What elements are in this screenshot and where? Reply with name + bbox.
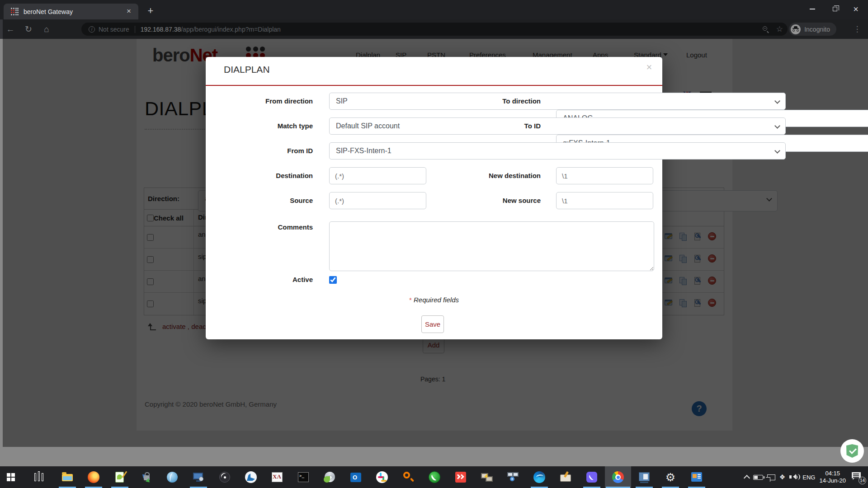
taskbar-slack[interactable] [369, 466, 395, 488]
new-tab-button[interactable]: + [144, 5, 157, 18]
taskbar-wireshark[interactable] [238, 466, 264, 488]
favicon-dot [11, 9, 12, 11]
active-checkbox[interactable] [329, 276, 337, 284]
favicon-dot [13, 14, 14, 15]
taskbar-zoiper[interactable] [421, 466, 448, 488]
to-direction-label: To direction [432, 93, 541, 110]
taskbar-remote-desktop[interactable] [185, 466, 212, 488]
taskbar-apps: XA >_ O ⚙ [54, 466, 710, 488]
remote-desktop-icon [192, 471, 205, 483]
taskbar-winscp[interactable] [133, 466, 159, 488]
destination-input[interactable] [329, 167, 426, 184]
taskbar-remote-pc[interactable] [474, 466, 500, 488]
comments-textarea[interactable] [329, 221, 654, 271]
taskbar-file-explorer[interactable] [54, 466, 80, 488]
taskbar-notepad-plus-plus[interactable] [107, 466, 133, 488]
favicon-dot [11, 12, 12, 13]
taskbar-screenshot-tool[interactable] [212, 466, 238, 488]
shield-check-icon [846, 444, 858, 458]
adguard-shield-button[interactable] [840, 439, 864, 463]
taskbar-winbox[interactable] [159, 466, 185, 488]
remote-pc-icon [481, 471, 493, 483]
new-destination-input[interactable] [556, 167, 653, 184]
ip-scanner-icon [507, 471, 519, 483]
window-restore-button[interactable] [825, 0, 845, 18]
clock-date: 14-Jun-20 [819, 477, 846, 484]
favicon-dot [15, 14, 17, 15]
beronet-favicon [11, 8, 19, 16]
favicon-dot [13, 8, 14, 9]
modal-title: DIALPLAN [224, 64, 270, 75]
save-button[interactable]: Save [421, 315, 444, 333]
network-icon[interactable] [767, 474, 775, 480]
vm-window-icon [638, 471, 651, 483]
anydesk-icon [454, 471, 467, 483]
windows-logo-icon [7, 473, 15, 481]
ccleaner-icon [559, 471, 572, 483]
outlook-icon: O [349, 471, 362, 483]
task-view-button[interactable] [28, 466, 50, 488]
volume-icon[interactable] [789, 474, 798, 481]
favicon-dot [17, 14, 19, 15]
destination-label: Destination [206, 167, 313, 184]
new-source-input[interactable] [556, 192, 653, 209]
browser-tab[interactable]: beroNet Gateway × [4, 4, 138, 19]
screenshot-tool-icon [218, 471, 231, 483]
tray-expand-icon[interactable] [744, 475, 750, 481]
clock[interactable]: 04:1514-Jun-20 [819, 470, 846, 484]
notepad-plus-plus-icon [113, 471, 126, 483]
from-direction-select[interactable]: SIP [329, 93, 786, 110]
slack-icon [376, 471, 388, 483]
favicon-dot [15, 12, 17, 13]
from-id-select[interactable]: SIP-FXS-Intern-1 [329, 142, 786, 160]
disc-burner-icon [323, 471, 336, 483]
window-close-button[interactable]: × [845, 0, 866, 18]
orange-magnifier-icon [402, 471, 415, 483]
wireshark-icon [245, 471, 257, 483]
favicon-dot [15, 9, 17, 11]
taskbar-firefox[interactable] [80, 466, 107, 488]
to-id-label: To ID [432, 117, 541, 135]
modal-close-icon[interactable]: × [643, 61, 655, 73]
match-type-select[interactable]: Default SIP account [329, 117, 786, 135]
file-explorer-icon [61, 471, 74, 483]
battery-icon[interactable] [753, 475, 763, 480]
start-button[interactable] [0, 466, 22, 488]
taskbar-edge[interactable] [526, 466, 552, 488]
required-text: Required fields [412, 296, 459, 304]
taskbar-viber[interactable] [579, 466, 605, 488]
taskbar-disc-burner[interactable] [316, 466, 343, 488]
taskbar-terminal[interactable]: >_ [290, 466, 316, 488]
notification-count-badge: 14 [859, 477, 866, 484]
zoiper-phone-icon [428, 471, 441, 483]
task-view-icon [33, 471, 44, 483]
taskbar-news-app[interactable] [684, 466, 710, 488]
match-type-value: Default SIP account [336, 122, 400, 130]
dropbox-icon[interactable]: ❖ [779, 473, 785, 481]
taskbar-chrome[interactable] [605, 466, 631, 488]
action-center-button[interactable]: 14 [852, 471, 865, 483]
taskbar-orange-magnifier[interactable] [395, 466, 421, 488]
from-id-value: SIP-FXS-Intern-1 [336, 147, 392, 155]
tab-close-icon[interactable]: × [124, 7, 134, 17]
favicon-dot [15, 8, 17, 9]
window-minimize-button[interactable] [802, 0, 823, 18]
taskbar-font-viewer[interactable]: XA [264, 466, 290, 488]
taskbar-settings[interactable]: ⚙ [657, 466, 684, 488]
source-input[interactable] [329, 192, 426, 209]
firefox-icon [87, 471, 100, 483]
screen: beroNet Gateway × + × ← → ↻ ⌂ i Not secu… [0, 0, 868, 488]
favicon-dot [11, 8, 12, 9]
source-label: Source [206, 192, 313, 209]
chrome-icon [612, 471, 624, 483]
tab-title: beroNet Gateway [24, 8, 124, 15]
taskbar-anydesk[interactable] [448, 466, 474, 488]
favicon-dot [11, 14, 12, 15]
taskbar-ip-scanner[interactable] [500, 466, 526, 488]
taskbar-vm-window[interactable] [631, 466, 657, 488]
language-indicator[interactable]: ENG [802, 474, 815, 481]
taskbar-ccleaner[interactable] [552, 466, 579, 488]
taskbar-outlook[interactable]: O [343, 466, 369, 488]
news-app-icon [690, 471, 703, 483]
from-id-label: From ID [206, 142, 313, 160]
